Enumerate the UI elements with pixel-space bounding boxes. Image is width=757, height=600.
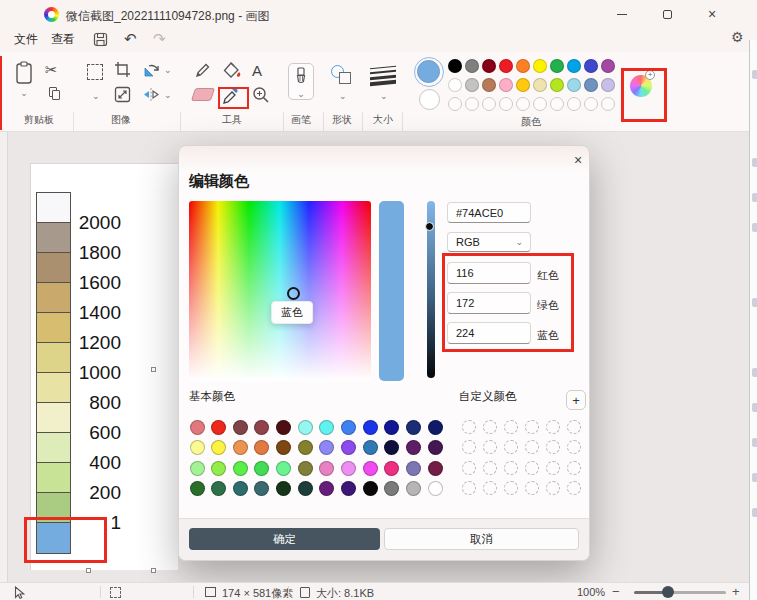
custom-color-empty-slot[interactable] — [462, 481, 476, 495]
canvas-handle-bottom[interactable] — [86, 568, 91, 573]
canvas-handle-corner[interactable] — [151, 568, 156, 573]
palette-color-swatch[interactable] — [448, 59, 462, 73]
copy-button[interactable] — [49, 87, 60, 100]
palette-empty-slot[interactable] — [448, 97, 462, 111]
brushes-button[interactable]: ⌄ — [288, 63, 314, 100]
palette-empty-slot[interactable] — [550, 97, 564, 111]
palette-color-swatch[interactable] — [516, 59, 530, 73]
custom-color-empty-slot[interactable] — [525, 440, 539, 454]
undo-button[interactable]: ↶ — [124, 30, 137, 48]
palette-color-swatch[interactable] — [584, 78, 598, 92]
cancel-button[interactable]: 取消 — [384, 528, 579, 550]
palette-color-swatch[interactable] — [533, 59, 547, 73]
palette-empty-slot[interactable] — [567, 97, 581, 111]
maximize-button[interactable] — [652, 2, 682, 26]
custom-color-empty-slot[interactable] — [483, 420, 497, 434]
ok-button[interactable]: 确定 — [189, 528, 380, 550]
custom-color-empty-slot[interactable] — [546, 420, 560, 434]
palette-color-swatch[interactable] — [499, 59, 513, 73]
palette-empty-slot[interactable] — [499, 97, 513, 111]
custom-color-empty-slot[interactable] — [483, 440, 497, 454]
custom-color-empty-slot[interactable] — [567, 440, 581, 454]
background-window-fragment — [752, 473, 757, 482]
custom-color-empty-slot[interactable] — [504, 420, 518, 434]
custom-color-empty-slot[interactable] — [567, 461, 581, 475]
zoom-slider-thumb[interactable] — [662, 586, 674, 598]
select-button[interactable] — [87, 64, 103, 80]
custom-color-empty-slot[interactable] — [567, 481, 581, 495]
palette-empty-slot[interactable] — [516, 97, 530, 111]
fill-button[interactable] — [223, 62, 242, 83]
custom-color-empty-slot[interactable] — [546, 440, 560, 454]
maximize-icon — [663, 10, 672, 19]
palette-empty-slot[interactable] — [533, 97, 547, 111]
canvas-handle-right[interactable] — [151, 367, 156, 372]
custom-color-empty-slot[interactable] — [462, 440, 476, 454]
rotate-button[interactable] — [143, 62, 161, 82]
pencil-button[interactable] — [194, 62, 211, 83]
zoom-out-button[interactable]: − — [612, 584, 620, 599]
group-label-size: 大小 — [358, 113, 408, 127]
custom-color-empty-slot[interactable] — [483, 481, 497, 495]
palette-color-swatch[interactable] — [465, 78, 479, 92]
text-tool-button[interactable]: A — [252, 62, 262, 79]
zoom-slider-track[interactable] — [634, 591, 726, 594]
magnifier-button[interactable] — [252, 86, 270, 108]
settings-button[interactable]: ⚙ — [731, 29, 744, 45]
custom-color-empty-slot[interactable] — [483, 461, 497, 475]
palette-color-swatch[interactable] — [601, 78, 615, 92]
shapes-button[interactable] — [331, 65, 353, 85]
redo-button[interactable]: ↷ — [153, 30, 166, 48]
crop-button[interactable] — [114, 61, 131, 82]
flip-button[interactable] — [143, 87, 161, 106]
custom-color-empty-slot[interactable] — [525, 481, 539, 495]
palette-color-swatch[interactable] — [584, 59, 598, 73]
palette-empty-slot[interactable] — [584, 97, 598, 111]
palette-color-swatch[interactable] — [550, 59, 564, 73]
close-button[interactable]: × — [697, 2, 727, 26]
custom-color-empty-slot[interactable] — [546, 481, 560, 495]
foreground-color-well[interactable] — [414, 57, 444, 87]
size-button[interactable] — [370, 66, 396, 84]
custom-color-empty-slot[interactable] — [504, 440, 518, 454]
palette-color-swatch[interactable] — [601, 59, 615, 73]
resize-button[interactable] — [114, 86, 131, 107]
palette-empty-slot[interactable] — [465, 97, 479, 111]
custom-color-empty-slot[interactable] — [567, 420, 581, 434]
palette-color-swatch[interactable] — [567, 59, 581, 73]
legend-label: 800 — [89, 392, 121, 414]
custom-color-empty-slot[interactable] — [462, 420, 476, 434]
custom-color-empty-slot[interactable] — [504, 461, 518, 475]
size-icon-line2 — [370, 70, 396, 75]
rotate-icon — [143, 62, 161, 78]
palette-color-swatch[interactable] — [482, 59, 496, 73]
palette-color-swatch[interactable] — [448, 78, 462, 92]
palette-empty-slot[interactable] — [482, 97, 496, 111]
zoom-in-button[interactable]: + — [732, 584, 740, 599]
save-button[interactable] — [93, 32, 108, 51]
paint-app-icon-center — [48, 11, 55, 18]
menu-view[interactable]: 查看 — [45, 28, 81, 51]
palette-color-swatch[interactable] — [533, 78, 547, 92]
background-window-fragment — [752, 223, 757, 232]
palette-color-swatch[interactable] — [550, 78, 564, 92]
palette-color-swatch[interactable] — [465, 59, 479, 73]
custom-color-empty-slot[interactable] — [525, 420, 539, 434]
palette-color-swatch[interactable] — [567, 78, 581, 92]
custom-color-empty-slot[interactable] — [504, 481, 518, 495]
background-color-well[interactable] — [419, 89, 440, 110]
size-icon — [370, 66, 396, 70]
cut-button[interactable]: ✂ — [45, 61, 58, 79]
eraser-button[interactable] — [191, 88, 215, 101]
palette-color-swatch[interactable] — [516, 78, 530, 92]
edit-colors-dialog: × 编辑颜色 蓝色 RGB ⌄ 红色 绿色 蓝色 基本颜色 — [178, 145, 590, 561]
palette-empty-slot[interactable] — [601, 97, 615, 111]
custom-color-empty-slot[interactable] — [525, 461, 539, 475]
palette-color-swatch[interactable] — [482, 78, 496, 92]
minimize-button[interactable] — [607, 2, 637, 26]
custom-color-empty-slot[interactable] — [462, 461, 476, 475]
paste-button[interactable]: ⌄ — [14, 61, 34, 98]
custom-color-empty-slot[interactable] — [546, 461, 560, 475]
palette-color-swatch[interactable] — [499, 78, 513, 92]
menu-file[interactable]: 文件 — [8, 28, 44, 51]
